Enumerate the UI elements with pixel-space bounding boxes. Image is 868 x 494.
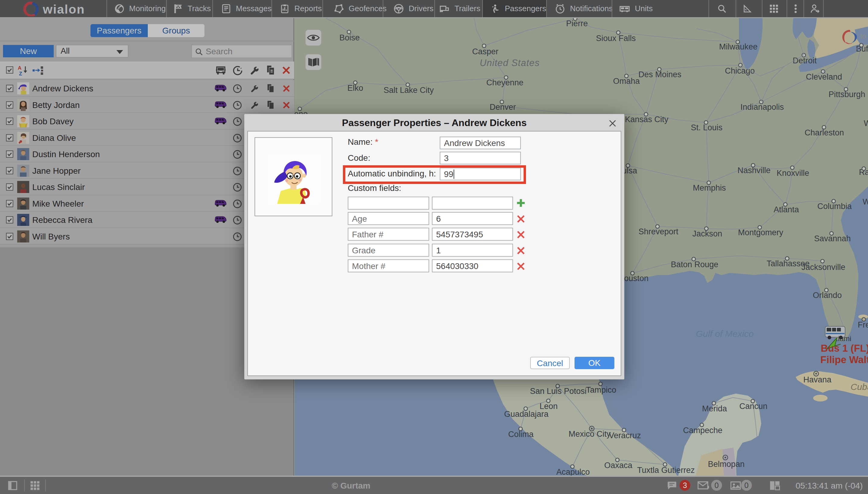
svg-text:Savannah: Savannah — [814, 234, 851, 243]
svg-text:Atlanta: Atlanta — [774, 205, 799, 214]
svg-text:Mexico City: Mexico City — [568, 430, 611, 438]
svg-text:Jacksonville: Jacksonville — [801, 263, 845, 272]
svg-text:Pierre: Pierre — [566, 19, 588, 28]
svg-text:.iami: .iami — [836, 335, 851, 343]
svg-text:Orlando: Orlando — [813, 291, 842, 300]
svg-text:Belmopan: Belmopan — [708, 460, 745, 469]
svg-text:Detroit: Detroit — [793, 56, 817, 65]
svg-text:Boise: Boise — [339, 33, 360, 42]
svg-text:W: W — [864, 119, 868, 128]
svg-text:Casper: Casper — [472, 47, 498, 56]
svg-text:Bus 1 (FL): Bus 1 (FL) — [821, 343, 868, 354]
svg-text:Des Moines: Des Moines — [638, 70, 681, 79]
svg-text:Tuxtla Gutierrez: Tuxtla Gutierrez — [637, 466, 695, 475]
svg-text:Gulf of Mexico: Gulf of Mexico — [696, 329, 754, 339]
svg-text:Cancun: Cancun — [739, 402, 767, 411]
svg-text:Filipe Walt: Filipe Walt — [821, 354, 868, 365]
svg-text:Jackson: Jackson — [692, 229, 722, 238]
svg-text:to: to — [860, 32, 866, 40]
svg-text:Nashville: Nashville — [737, 166, 771, 175]
svg-text:Guadalajara: Guadalajara — [504, 410, 548, 419]
svg-text:Havana: Havana — [803, 375, 831, 384]
svg-text:Baton Rouge: Baton Rouge — [671, 260, 718, 269]
svg-text:Campeche: Campeche — [683, 426, 722, 435]
svg-text:Cleveland: Cleveland — [806, 72, 842, 81]
svg-text:Veracruz: Veracruz — [609, 431, 641, 440]
svg-text:Salt Lake City: Salt Lake City — [384, 86, 434, 95]
svg-text:San Luis Potosi: San Luis Potosi — [530, 387, 586, 396]
svg-text:St. Louis: St. Louis — [691, 123, 722, 132]
svg-text:Indianapolis: Indianapolis — [740, 102, 784, 112]
svg-text:Montgomery: Montgomery — [738, 228, 784, 237]
svg-text:Elko: Elko — [347, 83, 363, 93]
svg-text:Freep: Freep — [858, 320, 868, 329]
svg-text:Milwaukee: Milwaukee — [719, 42, 758, 51]
svg-text:Sioux Falls: Sioux Falls — [596, 34, 636, 43]
svg-text:Shreveport: Shreveport — [638, 227, 679, 236]
svg-text:Charleston: Charleston — [805, 128, 844, 137]
svg-text:United States: United States — [480, 58, 540, 68]
svg-text:Memphis: Memphis — [693, 183, 726, 192]
svg-text:Kansas City: Kansas City — [625, 115, 669, 124]
svg-text:Pittsburgh: Pittsburgh — [829, 90, 865, 99]
svg-text:Cheyenne: Cheyenne — [486, 78, 523, 87]
svg-text:Oaxaca: Oaxaca — [604, 461, 633, 470]
svg-text:Cuba: Cuba — [850, 382, 868, 392]
svg-text:Wi: Wi — [863, 197, 868, 206]
svg-text:Knoxville: Knoxville — [777, 169, 809, 178]
svg-text:Acapulco: Acapulco — [556, 468, 590, 476]
svg-text:Z: Z — [19, 71, 22, 76]
svg-text:A: A — [18, 65, 21, 71]
svg-text:Tampico: Tampico — [586, 385, 616, 395]
svg-text:Columbia: Columbia — [817, 202, 852, 211]
svg-text:Omaha: Omaha — [613, 77, 640, 86]
svg-text:Denver: Denver — [489, 102, 516, 112]
svg-text:Merida: Merida — [702, 404, 728, 413]
svg-text:Colima: Colima — [508, 430, 534, 439]
